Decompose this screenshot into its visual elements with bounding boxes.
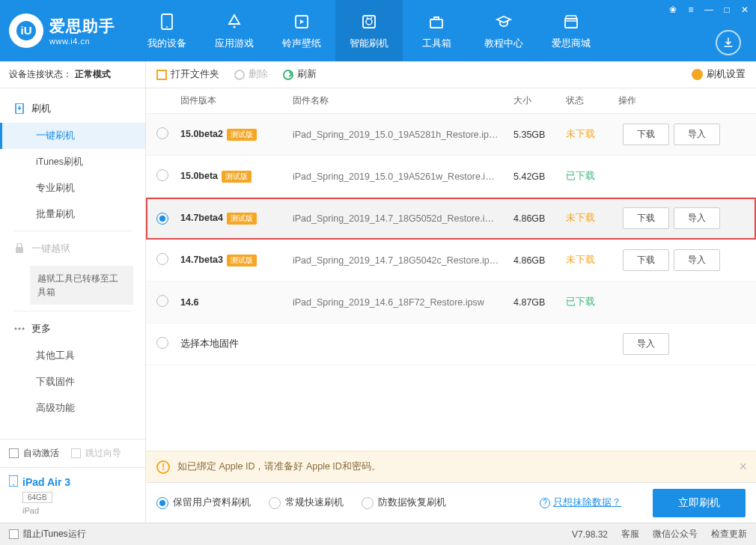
svg-rect-8 (565, 19, 577, 28)
row-radio[interactable] (156, 169, 168, 181)
svg-rect-7 (430, 19, 442, 28)
nav-store[interactable]: 爱思商城 (537, 0, 605, 61)
svg-point-11 (15, 328, 17, 330)
download-button[interactable]: 下载 (623, 124, 669, 145)
mode-radio[interactable] (269, 497, 281, 509)
menu-icon[interactable]: ≡ (684, 3, 698, 16)
flash-icon (359, 12, 379, 31)
mode-radio[interactable] (156, 497, 168, 509)
close-icon[interactable]: ✕ (738, 3, 752, 16)
gift-icon[interactable]: ❀ (666, 3, 680, 16)
download-button[interactable]: 下载 (623, 207, 669, 229)
local-firmware-row[interactable]: 选择本地固件导入 (146, 323, 756, 365)
row-radio[interactable] (156, 337, 168, 349)
content: 打开文件夹 删除 刷新 刷机设置 固件版本 固件名称 大小 状态 操作 15.0… (146, 61, 756, 523)
footer-link[interactable]: 微信公众号 (653, 528, 698, 541)
import-button[interactable]: 导入 (674, 207, 720, 229)
nav-apps[interactable]: 应用游戏 (201, 0, 268, 61)
svg-point-15 (13, 484, 14, 486)
flash-now-button[interactable]: 立即刷机 (653, 489, 746, 517)
sidebar-item[interactable]: 其他工具 (0, 343, 145, 369)
mode-radio[interactable] (362, 497, 374, 509)
svg-rect-10 (16, 247, 23, 253)
more-icon (13, 323, 25, 335)
footer-link[interactable]: 检查更新 (711, 528, 747, 541)
sidebar-item[interactable]: 专业刷机 (0, 175, 145, 201)
beta-tag: 测试版 (222, 171, 252, 183)
delete-button: 删除 (234, 68, 268, 81)
block-itunes-checkbox[interactable]: 阻止iTunes运行 (9, 528, 86, 541)
sidebar-group-flash[interactable]: 刷机 (0, 94, 145, 123)
folder-icon (156, 70, 167, 80)
nav-toolbox[interactable]: 工具箱 (403, 0, 470, 61)
lock-icon (13, 243, 25, 255)
info-icon: ? (540, 498, 550, 508)
close-icon[interactable]: × (739, 459, 747, 475)
sidebar-item[interactable]: 一键刷机 (0, 123, 145, 149)
svg-point-4 (234, 25, 236, 28)
nav-flash[interactable]: 智能刷机 (335, 0, 403, 61)
sidebar-item[interactable]: 下载固件 (0, 369, 145, 395)
flash-icon (13, 103, 25, 115)
flash-mode-option[interactable]: 保留用户资料刷机 (156, 496, 251, 509)
flash-mode-option[interactable]: 常规快速刷机 (269, 496, 344, 509)
row-radio[interactable] (156, 253, 168, 265)
open-folder-button[interactable]: 打开文件夹 (156, 68, 219, 81)
status-bar: 阻止iTunes运行 V7.98.32 客服微信公众号检查更新 (0, 523, 756, 545)
skip-guide-checkbox[interactable]: 跳过向导 (71, 447, 121, 460)
nav-tutorial[interactable]: 教程中心 (470, 0, 537, 61)
gear-icon (692, 69, 703, 80)
svg-point-13 (22, 328, 25, 330)
app-logo[interactable]: iU 爱思助手 www.i4.cn (9, 13, 115, 48)
row-radio[interactable] (156, 127, 168, 139)
nav-device[interactable]: 我的设备 (133, 0, 201, 61)
apps-icon (225, 12, 244, 31)
svg-text:iU: iU (21, 24, 32, 37)
erase-data-link[interactable]: ?只想抹除数据？ (540, 496, 621, 509)
flash-settings-button[interactable]: 刷机设置 (692, 68, 746, 81)
sidebar-item[interactable]: iTunes刷机 (0, 149, 145, 175)
refresh-button[interactable]: 刷新 (283, 68, 317, 81)
footer-link[interactable]: 客服 (621, 528, 639, 541)
firmware-row[interactable]: 15.0beta2测试版iPad_Spring_2019_15.0_19A528… (146, 114, 756, 156)
app-url: www.i4.cn (49, 37, 115, 46)
import-button[interactable]: 导入 (623, 333, 669, 355)
app-name: 爱思助手 (49, 16, 115, 37)
flash-mode-option[interactable]: 防数据恢复刷机 (362, 496, 446, 509)
maximize-icon[interactable]: □ (720, 3, 734, 16)
firmware-row[interactable]: 14.6iPad_Spring_2019_14.6_18F72_Restore.… (146, 281, 756, 323)
toolbox-icon (427, 12, 446, 31)
warning-icon: ! (156, 460, 170, 474)
ipad-icon (9, 475, 18, 489)
import-button[interactable]: 导入 (674, 124, 720, 145)
auto-activate-checkbox[interactable]: 自动激活 (9, 447, 59, 460)
store-icon (561, 12, 581, 31)
sidebar-item[interactable]: 高级功能 (0, 395, 145, 421)
logo-icon: iU (9, 13, 43, 48)
nav-ringtone[interactable]: 铃声壁纸 (268, 0, 335, 61)
beta-tag: 测试版 (227, 255, 257, 267)
sidebar-item[interactable]: 批量刷机 (0, 201, 145, 228)
row-radio[interactable] (156, 213, 168, 225)
refresh-icon (283, 70, 293, 80)
svg-rect-6 (363, 16, 375, 28)
download-circle-icon[interactable] (716, 30, 741, 55)
app-version: V7.98.32 (572, 529, 608, 540)
device-info[interactable]: iPad Air 3 64GB iPad (0, 467, 145, 523)
firmware-row[interactable]: 14.7beta4测试版iPad_Spring_2019_14.7_18G505… (146, 198, 756, 240)
device-type: iPad (22, 506, 136, 515)
import-button[interactable]: 导入 (674, 249, 720, 271)
sidebar-group-jailbreak: 一键越狱 (0, 234, 145, 263)
jailbreak-moved-note: 越狱工具已转移至工具箱 (30, 266, 133, 305)
warning-bar: ! 如已绑定 Apple ID，请准备好 Apple ID和密码。 × (146, 451, 756, 482)
sidebar-group-more[interactable]: 更多 (0, 314, 145, 343)
firmware-row[interactable]: 14.7beta3测试版iPad_Spring_2019_14.7_18G504… (146, 240, 756, 281)
minimize-icon[interactable]: — (702, 3, 716, 16)
download-button[interactable]: 下载 (623, 249, 669, 271)
firmware-row[interactable]: 15.0beta测试版iPad_Spring_2019_15.0_19A5261… (146, 156, 756, 198)
ringtone-icon (292, 12, 311, 31)
device-storage: 64GB (22, 492, 52, 503)
beta-tag: 测试版 (227, 129, 257, 141)
table-header: 固件版本 固件名称 大小 状态 操作 (146, 88, 756, 114)
row-radio[interactable] (156, 295, 168, 307)
